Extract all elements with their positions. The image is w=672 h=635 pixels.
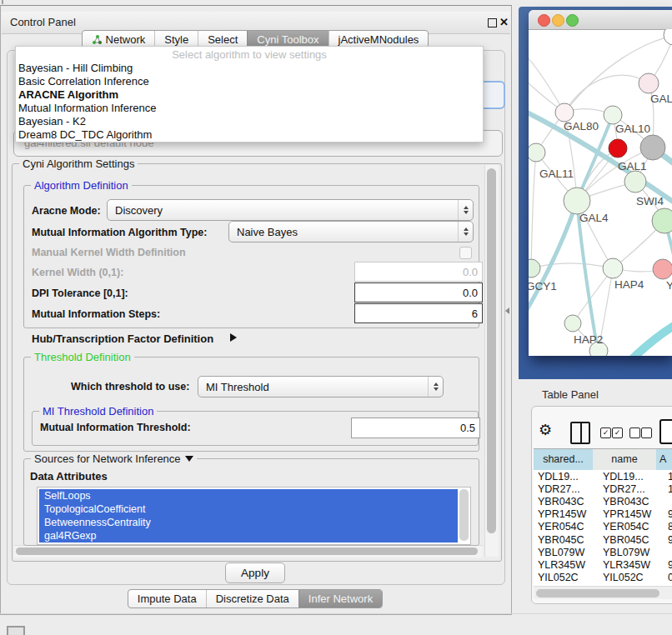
which-threshold-value: MI Threshold <box>198 381 428 393</box>
node-gal80[interactable] <box>555 103 574 122</box>
gear-icon[interactable]: ⚙ <box>539 421 552 439</box>
cell-value: 8. <box>666 521 672 532</box>
node-hap2[interactable] <box>564 315 581 332</box>
list-item-selected[interactable]: BetweennessCentrality <box>39 516 458 529</box>
app-root: Control Panel ✕ Network Style Select Cyn… <box>0 0 672 635</box>
cyni-algorithm-settings-title: Cyni Algorithm Settings <box>19 158 138 170</box>
algorithm-option[interactable]: Bayesian - K2 <box>16 115 483 128</box>
sources-title[interactable]: Sources for Network Inference <box>31 452 197 465</box>
close-traffic-light-icon[interactable] <box>538 14 550 27</box>
float-window-icon[interactable] <box>488 18 497 28</box>
node[interactable] <box>664 29 672 45</box>
settings-vscrollbar-track[interactable] <box>484 165 499 557</box>
column-header-partial-label: A <box>659 453 666 465</box>
tab-impute-data-label: Impute Data <box>138 591 197 607</box>
column-header-shared-label: shared... <box>543 453 584 465</box>
network-view-window[interactable]: GAL GAL80 GAL10 GAL11 GAL1 SWI4 GAL4 GCY… <box>529 10 672 356</box>
node-green-right[interactable] <box>652 208 672 233</box>
unchecked-checkbox-icon[interactable] <box>629 428 640 438</box>
table-row[interactable]: YIL052C YIL052C 0. <box>534 572 672 584</box>
column-header-name[interactable]: name <box>593 448 657 472</box>
column-header-partial[interactable]: A <box>656 448 672 472</box>
combo-arrows-icon <box>458 200 473 220</box>
mi-steps-value: 6 <box>472 308 478 320</box>
threshold-definition-title-text: Threshold Definition <box>34 351 131 363</box>
hub-definition-label[interactable]: Hub/Transcription Factor Definition <box>32 332 213 345</box>
top-edge-mark <box>2 0 3 4</box>
splitter-handle[interactable] <box>505 308 509 314</box>
algorithm-option[interactable]: Dream8 DC_TDC Algorithm <box>16 128 483 142</box>
algorithm-option[interactable]: Bayesian - Hill Climbing <box>16 62 483 75</box>
cell-shared: YLR345W <box>534 559 597 571</box>
node-hap4[interactable] <box>603 258 623 278</box>
mi-type-label: Mutual Information Algorithm Type: <box>32 227 207 238</box>
zoom-traffic-light-icon[interactable] <box>566 14 579 27</box>
minimized-panel-button[interactable] <box>7 626 25 635</box>
tab-discretize-data[interactable]: Discretize Data <box>206 590 298 608</box>
node-gal4[interactable] <box>564 188 590 214</box>
node-swi4[interactable] <box>624 171 646 192</box>
expand-right-icon[interactable] <box>230 333 237 342</box>
mi-threshold-field[interactable]: 0.5 <box>351 418 480 438</box>
list-item-selected[interactable]: gal4RGexp <box>39 529 458 542</box>
document-icon[interactable] <box>659 419 672 444</box>
collapse-down-icon[interactable] <box>185 456 193 462</box>
table-row[interactable]: YDL19... YDL19... 13 <box>534 470 672 482</box>
tab-infer-network[interactable]: Infer Network <box>298 590 382 608</box>
node-gcy1[interactable] <box>529 259 540 278</box>
node-label: GAL11 <box>539 168 574 180</box>
algorithm-option[interactable]: Mutual Information Inference <box>16 102 483 115</box>
cyni-algorithm-settings-title-text: Cyni Algorithm Settings <box>23 158 134 170</box>
algorithm-option[interactable]: Basic Correlation Inference <box>16 75 483 88</box>
settings-hscrollbar-thumb[interactable] <box>16 548 478 555</box>
unchecked-checkbox-icon[interactable] <box>641 428 652 438</box>
node-salmon[interactable] <box>653 259 672 279</box>
table-row[interactable]: YBR043C YBR043C <box>534 495 672 508</box>
node-gal11[interactable] <box>529 143 545 162</box>
kernel-width-field[interactable]: 0.0 <box>354 262 483 282</box>
column-header-shared[interactable]: shared... <box>534 448 594 472</box>
cell-value: 12 <box>666 483 672 495</box>
algorithm-popup-placeholder: Select algorithm to view settings <box>16 48 483 62</box>
network-canvas[interactable]: GAL GAL80 GAL10 GAL11 GAL1 SWI4 GAL4 GCY… <box>529 29 672 356</box>
mi-steps-field[interactable]: 6 <box>354 303 483 323</box>
node-gal1-red[interactable] <box>609 139 627 158</box>
manual-kernel-checkbox[interactable] <box>459 247 472 259</box>
cell-value: 13 <box>666 471 672 482</box>
settings-hscrollbar-track[interactable] <box>14 545 483 558</box>
minimize-traffic-light-icon[interactable] <box>552 14 564 27</box>
columns-icon[interactable] <box>570 422 590 444</box>
list-vscrollbar-thumb[interactable] <box>459 489 469 541</box>
list-item-selected[interactable]: SelfLoops <box>39 489 458 502</box>
checked-checkbox-icon[interactable]: ✓ <box>612 428 623 438</box>
table-row[interactable]: YER054C YER054C 8. <box>534 521 672 533</box>
dpi-tolerance-field[interactable]: 0.0 <box>354 282 483 302</box>
tab-impute-data[interactable]: Impute Data <box>128 590 206 608</box>
data-attributes-list[interactable]: SelfLoops TopologicalCoefficient Between… <box>37 487 471 545</box>
node-gal10[interactable] <box>604 106 622 124</box>
node-label: HAP4 <box>614 278 644 291</box>
settings-vscrollbar-thumb[interactable] <box>487 168 496 533</box>
aracne-mode-combo[interactable]: Discovery <box>107 199 474 221</box>
close-icon[interactable]: ✕ <box>499 16 509 29</box>
list-item-selected[interactable]: TopologicalCoefficient <box>39 502 458 516</box>
table-hscrollbar-track[interactable] <box>534 586 672 599</box>
table-row[interactable]: YBL079W YBL079W <box>534 546 672 558</box>
node-gray[interactable] <box>640 135 665 160</box>
mi-type-combo[interactable]: Naive Bayes <box>228 221 474 242</box>
cell-value: 9. <box>666 559 672 571</box>
table-row[interactable]: YDR27... YDR27... 12 <box>534 482 672 495</box>
which-threshold-combo[interactable]: MI Threshold <box>198 376 444 398</box>
checked-checkbox-icon[interactable]: ✓ <box>600 428 611 438</box>
network-window-titlebar[interactable] <box>529 10 672 30</box>
aracne-mode-value: Discovery <box>108 204 458 217</box>
table-row[interactable]: YPR145W YPR145W 9. <box>534 508 672 521</box>
table-hscrollbar-thumb[interactable] <box>536 589 659 598</box>
sources-title-text: Sources for Network Inference <box>34 452 181 465</box>
table-row[interactable]: YLR345W YLR345W 9. <box>534 558 672 571</box>
which-threshold-label: Which threshold to use: <box>71 381 189 392</box>
table-row[interactable]: YBR045C YBR045C 9. <box>534 533 672 546</box>
node-gal-pink[interactable] <box>639 73 659 93</box>
algorithm-option-selected[interactable]: ARACNE Algorithm <box>16 88 483 102</box>
apply-button[interactable]: Apply <box>225 562 285 583</box>
